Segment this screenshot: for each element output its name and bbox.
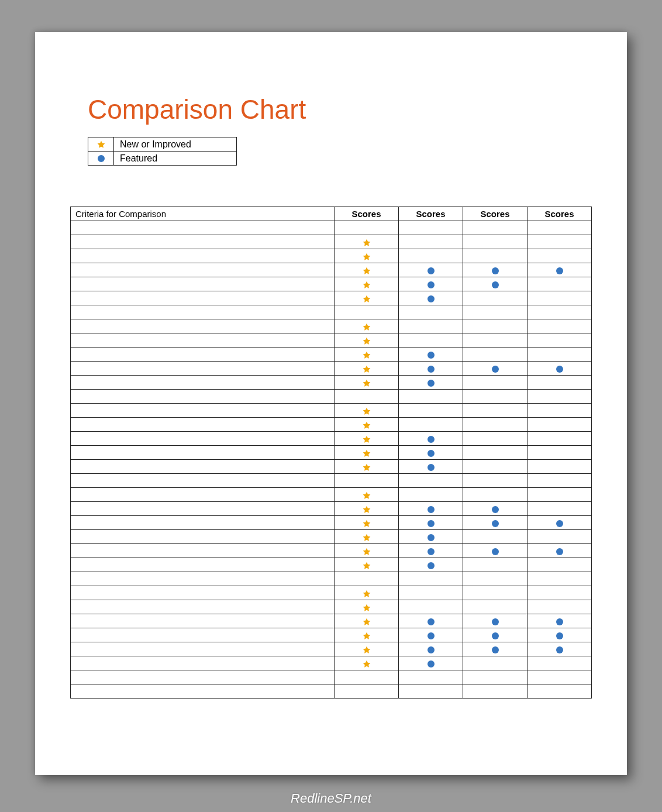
table-row — [71, 277, 592, 291]
star-icon — [362, 407, 371, 416]
score-cell — [335, 418, 399, 432]
dot-icon — [427, 520, 435, 527]
criteria-cell — [71, 235, 335, 249]
score-cell — [527, 263, 592, 277]
dot-icon — [427, 562, 435, 569]
criteria-cell — [71, 291, 335, 305]
star-icon — [362, 379, 371, 388]
star-icon — [362, 421, 371, 430]
score-cell — [399, 418, 463, 432]
criteria-cell — [71, 572, 335, 586]
table-row — [71, 305, 592, 319]
criteria-cell — [71, 277, 335, 291]
dot-icon — [427, 366, 435, 373]
score-cell — [463, 474, 527, 488]
score-cell — [527, 235, 592, 249]
table-row — [71, 642, 592, 656]
score-cell — [399, 362, 463, 376]
score-cell — [335, 333, 399, 347]
dot-icon — [427, 436, 435, 443]
comparison-table: Criteria for Comparison Scores Scores Sc… — [70, 207, 592, 699]
score-cell — [335, 404, 399, 418]
score-cell — [463, 684, 527, 699]
score-cell — [335, 488, 399, 502]
star-icon — [362, 350, 371, 360]
score-cell — [335, 502, 399, 516]
score-cell — [527, 460, 592, 474]
table-row — [71, 376, 592, 390]
criteria-cell — [71, 656, 335, 670]
dot-icon — [556, 632, 563, 639]
dot-icon — [427, 534, 435, 541]
star-icon — [362, 336, 371, 346]
table-row — [71, 418, 592, 432]
score-cell — [527, 291, 592, 305]
dot-icon — [492, 267, 499, 274]
score-cell — [335, 558, 399, 572]
criteria-cell — [71, 558, 335, 572]
star-icon — [96, 140, 106, 149]
score-cell — [399, 291, 463, 305]
legend-row: Featured — [88, 152, 237, 166]
score-cell — [399, 544, 463, 558]
dot-icon — [556, 267, 563, 274]
score-cell — [399, 432, 463, 446]
star-icon — [362, 519, 371, 528]
dot-icon — [556, 520, 563, 527]
table-row — [71, 390, 592, 404]
page-title: Comparison Chart — [88, 94, 592, 125]
star-icon — [362, 617, 371, 627]
score-cell — [527, 642, 592, 656]
legend-icon-cell — [88, 137, 114, 152]
table-row — [71, 544, 592, 558]
star-icon — [362, 322, 371, 332]
score-cell — [527, 362, 592, 376]
star-icon — [362, 280, 371, 290]
criteria-cell — [71, 502, 335, 516]
score-cell — [335, 432, 399, 446]
score-cell — [335, 235, 399, 249]
score-cell — [463, 305, 527, 319]
score-cell — [399, 263, 463, 277]
criteria-cell — [71, 544, 335, 558]
criteria-cell — [71, 530, 335, 544]
table-row — [71, 586, 592, 600]
star-icon — [362, 561, 371, 570]
table-row — [71, 263, 592, 277]
table-row — [71, 333, 592, 347]
legend-label: Featured — [114, 152, 237, 166]
score-cell — [335, 376, 399, 390]
score-cell — [527, 516, 592, 530]
score-cell — [463, 614, 527, 628]
score-cell — [527, 319, 592, 333]
score-cell — [463, 347, 527, 362]
score-cell — [335, 684, 399, 699]
dot-icon — [492, 366, 499, 373]
dot-icon — [427, 267, 435, 274]
score-cell — [399, 235, 463, 249]
score-cell — [527, 684, 592, 699]
score-cell — [335, 614, 399, 628]
score-cell — [527, 558, 592, 572]
score-cell — [527, 474, 592, 488]
score-cell — [463, 319, 527, 333]
criteria-cell — [71, 221, 335, 235]
dot-icon — [556, 548, 563, 555]
score-cell — [335, 277, 399, 291]
score-cell — [463, 432, 527, 446]
table-row — [71, 572, 592, 586]
score-cell — [399, 628, 463, 642]
dot-icon — [427, 281, 435, 288]
score-cell — [399, 446, 463, 460]
score-cell — [463, 221, 527, 235]
score-cell — [463, 263, 527, 277]
score-cell — [527, 333, 592, 347]
score-cell — [527, 614, 592, 628]
criteria-cell — [71, 628, 335, 642]
score-cell — [335, 347, 399, 362]
score-cell — [527, 600, 592, 614]
criteria-cell — [71, 305, 335, 319]
score-cell — [399, 474, 463, 488]
score-cell — [335, 572, 399, 586]
dot-icon — [492, 520, 499, 527]
